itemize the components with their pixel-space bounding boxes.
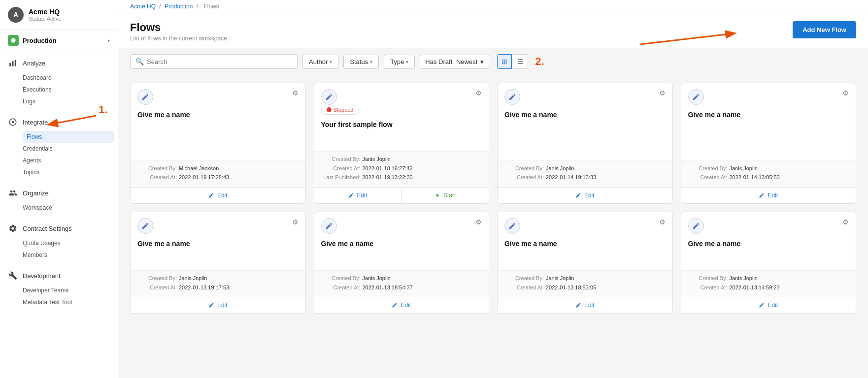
breadcrumb-acme[interactable]: Acme HQ	[130, 3, 156, 10]
grid-view-button[interactable]: ⊞	[497, 54, 512, 69]
author-filter-button[interactable]: Author ▾	[302, 55, 338, 69]
edit-button[interactable]: Edit	[131, 188, 305, 203]
card-avatar	[504, 89, 520, 105]
card-meta: Created By:Janis JoplinCreated At:2022-0…	[681, 160, 856, 187]
svg-rect-3	[15, 60, 16, 66]
edit-button[interactable]: Edit	[681, 188, 856, 203]
sidebar-item-flows[interactable]: Flows	[23, 131, 114, 143]
flow-card: ⚙ Give me a name Created By:Janis Joplin…	[130, 212, 306, 314]
breadcrumb-sep1: /	[159, 3, 163, 10]
nav-development-label: Development	[23, 272, 61, 280]
search-input[interactable]	[147, 58, 292, 65]
page-subtitle: List of flows in the current workspace.	[130, 35, 229, 42]
svg-point-4	[12, 121, 14, 124]
list-view-button[interactable]: ☰	[513, 54, 528, 69]
settings-button[interactable]: ⚙	[659, 218, 666, 226]
cards-area: ⚙ Give me a name Created By:Michael Jack…	[118, 75, 868, 378]
card-avatar	[321, 218, 337, 234]
settings-button[interactable]: ⚙	[842, 218, 849, 226]
card-title: Give me a name	[131, 109, 305, 122]
card-meta: Created By:Janis JoplinCreated At:2022-0…	[498, 160, 672, 187]
settings-button[interactable]: ⚙	[842, 89, 849, 97]
card-top: ⚙	[681, 83, 856, 109]
page-title: Flows	[130, 21, 229, 34]
view-toggle: ⊞ ☰	[497, 54, 528, 69]
sidebar-item-agents[interactable]: Agents	[23, 155, 118, 166]
card-meta: Created By:Michael JacksonCreated At:202…	[131, 160, 305, 187]
card-top: ⚙	[131, 212, 305, 238]
sidebar-item-metadata[interactable]: Metadata Test Tool	[23, 296, 118, 308]
sidebar-item-logs[interactable]: Logs	[23, 95, 118, 107]
sidebar-item-credentials[interactable]: Credentials	[23, 143, 118, 155]
card-avatar	[688, 218, 704, 234]
edit-button[interactable]: Edit	[498, 188, 672, 203]
sort-group: Has Draft Newest ▾	[420, 55, 489, 69]
workspace-left: Production	[8, 35, 57, 46]
nav-item-integrate[interactable]: Integrate	[0, 113, 118, 131]
flow-card: ⚙ Give me a name Created By:Michael Jack…	[130, 83, 306, 204]
settings-button[interactable]: ⚙	[475, 89, 482, 97]
edit-button[interactable]: Edit	[681, 297, 856, 313]
nav-development: Development Developer Teams Metadata Tes…	[0, 264, 118, 311]
author-caret-icon: ▾	[330, 59, 332, 64]
edit-button[interactable]: Edit	[498, 297, 672, 313]
breadcrumb-sep2: /	[197, 3, 200, 10]
status-filter-button[interactable]: Status ▾	[343, 55, 379, 69]
nav-analyze: Analyze Dashboard Executions Logs	[0, 51, 118, 110]
edit-button[interactable]: Edit	[131, 297, 305, 313]
card-avatar	[688, 89, 704, 105]
annotation-2: 2.	[535, 55, 544, 68]
breadcrumb-production[interactable]: Production	[165, 3, 193, 10]
nav-item-organize[interactable]: Organize	[0, 184, 118, 202]
org-header: A Acme HQ Status: Active	[0, 0, 118, 30]
sidebar-item-dev-teams[interactable]: Developer Teams	[23, 284, 118, 296]
add-new-flow-button[interactable]: Add New Flow	[793, 21, 856, 38]
sort-caret-icon: ▾	[480, 58, 484, 65]
nav-item-contract[interactable]: Contract Settings	[0, 220, 118, 237]
type-filter-button[interactable]: Type ▾	[384, 55, 415, 69]
svg-point-0	[11, 38, 15, 42]
card-avatar	[137, 89, 153, 105]
card-spacer	[131, 122, 305, 160]
workspace-selector[interactable]: Production ▾	[0, 30, 118, 51]
settings-button[interactable]: ⚙	[659, 89, 666, 97]
stopped-dot	[327, 107, 332, 112]
search-box: 🔍	[130, 54, 298, 69]
card-meta: Created By:Janis JoplinCreated At:2022-0…	[314, 270, 489, 297]
card-title: Give me a name	[131, 238, 305, 251]
card-title: Your first sample flow	[314, 119, 489, 131]
type-caret-icon: ▾	[406, 59, 408, 64]
cards-grid: ⚙ Give me a name Created By:Michael Jack…	[130, 83, 856, 314]
breadcrumb-flows: Flows	[203, 3, 219, 10]
card-top: ⚙	[131, 83, 305, 109]
card-top: Stopped ⚙	[314, 83, 489, 119]
toolbar: 🔍 Author ▾ Status ▾ Type ▾ Has Draft New…	[118, 48, 868, 75]
card-title: Give me a name	[314, 238, 489, 251]
sidebar-item-quota[interactable]: Quota Usages	[23, 237, 118, 249]
card-spacer	[498, 251, 672, 270]
contract-icon	[8, 223, 18, 233]
settings-button[interactable]: ⚙	[292, 218, 299, 226]
sidebar-item-workspace[interactable]: Workspace	[23, 202, 118, 214]
start-button[interactable]: Start	[401, 188, 489, 203]
settings-button[interactable]: ⚙	[292, 89, 299, 97]
nav-contract: Contract Settings Quota Usages Members	[0, 217, 118, 264]
sidebar-item-executions[interactable]: Executions	[23, 84, 118, 95]
page-header-left: Flows List of flows in the current works…	[130, 21, 229, 42]
edit-button[interactable]: Edit	[314, 188, 401, 203]
sidebar-item-members[interactable]: Members	[23, 249, 118, 261]
nav-item-analyze[interactable]: Analyze	[0, 54, 118, 72]
sidebar: A Acme HQ Status: Active Production ▾ An…	[0, 0, 118, 378]
sidebar-item-topics[interactable]: Topics	[23, 166, 118, 178]
card-top: ⚙	[498, 212, 672, 238]
card-spacer	[314, 251, 489, 270]
edit-button[interactable]: Edit	[314, 297, 489, 313]
sidebar-item-dashboard[interactable]: Dashboard	[23, 72, 118, 84]
nav-item-development[interactable]: Development	[0, 267, 118, 284]
flow-card: ⚙ Give me a name Created By:Janis Joplin…	[681, 212, 857, 314]
nav-contract-label: Contract Settings	[23, 225, 72, 232]
card-meta: Created By:Janis JoplinCreated At:2022-0…	[314, 151, 489, 187]
card-spacer	[681, 122, 856, 160]
settings-button[interactable]: ⚙	[475, 218, 482, 226]
sort-label: Has Draft	[425, 58, 452, 65]
